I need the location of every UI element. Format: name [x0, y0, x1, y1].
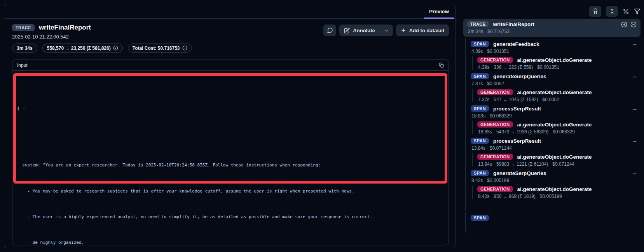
span-latency: 13.84s	[471, 145, 485, 151]
total-cost-badge: Total Cost: $0.716753	[128, 44, 192, 52]
generation-usage: 547 → 1045 (Σ 1592)	[494, 97, 538, 102]
filter-icon[interactable]	[634, 8, 641, 15]
code-line: - The user is a highly experienced analy…	[17, 214, 444, 220]
scores-button[interactable]	[589, 6, 601, 17]
generation-usage: 54373 → 1936 (Σ 56309)	[496, 129, 548, 135]
trace-latency: 3m 34s	[468, 29, 483, 34]
span-title: processSerpResult	[493, 106, 541, 112]
trace-timestamp: 2025-02-10 21:22:00.542	[12, 34, 91, 40]
generation-cost: $0.005199	[540, 194, 562, 199]
tree-item-generation[interactable]: GENERATION ai.generateObject.doGenerate …	[471, 121, 641, 135]
span-type-badge: SPAN	[471, 138, 489, 144]
comment-button[interactable]	[323, 24, 336, 36]
code-lines: system: "You are an expert researcher. T…	[17, 136, 444, 252]
tree-item-generation[interactable]: GENERATION ai.generateObject.doGenerate …	[471, 57, 641, 70]
span-cost: $0.068329	[490, 113, 512, 119]
tree-item-trace[interactable]: TRACE writeFinalReport 3m 34s $0.716753	[463, 19, 641, 37]
trace-type-badge: TRACE	[467, 21, 489, 27]
comment-bubble-icon	[327, 27, 333, 33]
span-latency: 7.37s	[471, 81, 483, 86]
tree-item-span[interactable]: SPAN processSerpResult 13.84s $0.071244	[471, 137, 641, 151]
plus-icon	[401, 28, 406, 33]
generation-type-badge: GENERATION	[477, 89, 513, 95]
tree-item-span[interactable]: SPAN generateFeedback 4.39s $0.001351	[471, 40, 641, 54]
collapse-all-button[interactable]	[606, 6, 618, 17]
add-to-dataset-button[interactable]: Add to dataset	[396, 24, 449, 36]
latency-badge: 3m 34s	[12, 44, 37, 52]
tab-preview[interactable]: Preview	[423, 4, 455, 18]
tab-bar: Preview	[4, 4, 455, 19]
span-title: generateFeedback	[493, 41, 539, 47]
generation-type-badge: GENERATION	[477, 57, 513, 63]
annotate-dropdown-button[interactable]	[380, 24, 393, 36]
generation-title: ai.generateObject.doGenerate	[517, 57, 592, 63]
span-cost: $0.071244	[490, 145, 512, 151]
tree-item-span[interactable]: SPAN generateSerpQueries 8.42s $0.005199	[471, 169, 641, 183]
observation-tree: SPAN generateFeedback 4.39s $0.001351 GE…	[463, 37, 641, 199]
code-line: - You may be asked to research subjects …	[17, 188, 444, 195]
percent-toggle[interactable]	[623, 8, 629, 15]
annotate-label: Annotate	[353, 28, 375, 33]
info-icon[interactable]	[113, 46, 118, 51]
zoom-out-circle-icon[interactable]	[630, 21, 637, 28]
generation-cost: $0.0052	[543, 97, 559, 102]
generation-title: ai.generateObject.doGenerate	[517, 122, 592, 128]
generation-usage: 336 → 223 (Σ 559)	[494, 65, 533, 70]
generation-type-badge: GENERATION	[477, 186, 513, 192]
award-icon	[592, 8, 599, 14]
generation-type-badge: GENERATION	[477, 154, 513, 160]
generation-type-badge: GENERATION	[477, 121, 513, 128]
annotate-button[interactable]: Annotate	[339, 24, 379, 36]
info-icon[interactable]	[182, 46, 187, 51]
generation-title: ai.generateObject.doGenerate	[517, 154, 592, 160]
sidebar-toolbar	[463, 5, 641, 17]
code-line: - Be highly organized.	[17, 240, 444, 246]
generation-latency: 4.39s	[478, 65, 489, 70]
edit-pencil-icon	[344, 28, 350, 33]
trace-header: TRACE writeFinalReport 2025-02-10 21:22:…	[4, 19, 455, 40]
generation-latency: 13.84s	[478, 161, 492, 167]
chevron-down-icon	[384, 28, 389, 33]
span-type-badge[interactable]: SPAN	[471, 215, 489, 221]
input-panel: Input { system: "You are an expert resea…	[12, 60, 449, 245]
generation-usage: 59883 → 1221 (Σ 61104)	[496, 161, 548, 167]
collapse-chevron-icon[interactable]	[22, 94, 47, 123]
tree-trace-title: writeFinalReport	[493, 21, 534, 27]
zoom-in-circle-icon[interactable]	[621, 21, 627, 28]
span-latency: 18.83s	[471, 113, 485, 119]
span-group: SPAN generateSerpQueries 8.42s $0.005199…	[471, 169, 641, 199]
span-group: SPAN processSerpResult 13.84s $0.071244 …	[471, 137, 641, 167]
trace-cost: $0.716753	[487, 29, 510, 34]
collapse-minus-icon[interactable]	[632, 171, 637, 177]
code-line: {	[17, 94, 444, 123]
tree-item-generation[interactable]: GENERATION ai.generateObject.doGenerate …	[471, 186, 641, 199]
trace-title-block: TRACE writeFinalReport 2025-02-10 21:22:…	[12, 24, 91, 40]
input-panel-title: Input	[17, 63, 28, 68]
code-line: system: "You are an expert researcher. T…	[17, 162, 444, 169]
tree-item-span[interactable]: SPAN processSerpResult 18.83s $0.068329	[471, 105, 641, 119]
collapse-minus-icon[interactable]	[632, 107, 637, 112]
collapse-minus-icon[interactable]	[632, 74, 637, 80]
span-group: SPAN processSerpResult 18.83s $0.068329 …	[471, 105, 641, 135]
span-latency: 8.42s	[471, 178, 483, 183]
span-type-badge: SPAN	[471, 105, 489, 112]
metrics-badge-row: 3m 34s 558,570 → 23,256 (Σ 581,826) Tota…	[4, 40, 455, 52]
copy-button[interactable]	[439, 63, 444, 68]
span-latency: 4.39s	[471, 49, 483, 54]
span-title: generateSerpQueries	[493, 170, 546, 176]
collapse-minus-icon[interactable]	[632, 42, 637, 47]
total-cost-text: Total Cost: $0.716753	[133, 46, 180, 51]
span-cost: $0.005199	[487, 178, 509, 183]
input-json-content: { system: "You are an expert researcher.…	[12, 71, 449, 252]
span-type-badge: SPAN	[471, 73, 489, 79]
collapse-minus-icon[interactable]	[632, 139, 637, 144]
span-cost: $0.0052	[487, 81, 504, 86]
tree-item-generation[interactable]: GENERATION ai.generateObject.doGenerate …	[471, 89, 641, 102]
add-to-dataset-label: Add to dataset	[409, 28, 444, 33]
annotate-split-button: Annotate	[339, 24, 393, 36]
tree-item-generation[interactable]: GENERATION ai.generateObject.doGenerate …	[471, 154, 641, 167]
generation-latency: 8.42s	[478, 194, 489, 199]
tree-item-span[interactable]: SPAN generateSerpQueries 7.37s $0.0052	[471, 72, 641, 86]
observation-tree-sidebar: TRACE writeFinalReport 3m 34s $0.716753 …	[463, 5, 641, 221]
open-brace: {	[17, 105, 20, 112]
